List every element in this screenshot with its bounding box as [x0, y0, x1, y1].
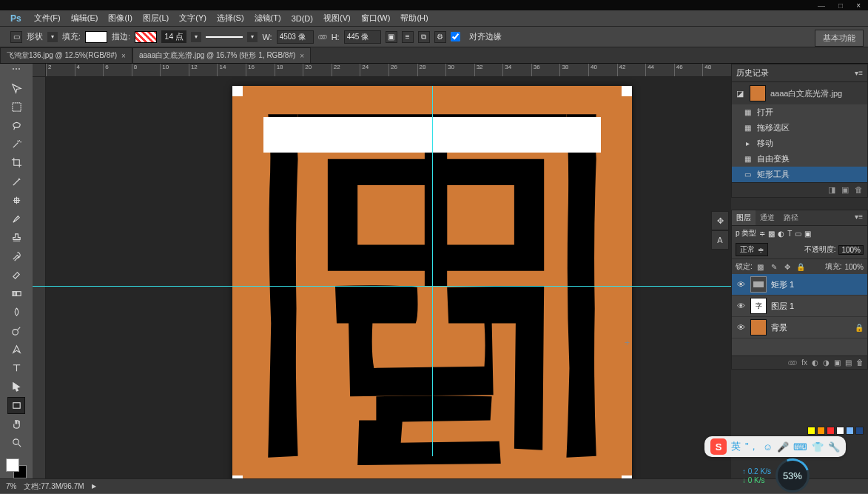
- eyedropper-tool[interactable]: [7, 173, 25, 190]
- new-state-icon[interactable]: ▣: [841, 185, 849, 195]
- document-tab[interactable]: 飞鸿堂136.jpg @ 12.5%(RGB/8#) ×: [0, 47, 132, 63]
- layer-name[interactable]: 矩形 1: [771, 279, 864, 290]
- panel-menu-icon[interactable]: ▾≡: [855, 69, 863, 77]
- tool-preset-icon[interactable]: ▭: [10, 31, 22, 43]
- menu-edit[interactable]: 编辑(E): [66, 10, 104, 26]
- path-op-combine-icon[interactable]: ▣: [386, 31, 397, 43]
- chip[interactable]: [807, 427, 815, 435]
- lasso-tool[interactable]: [7, 117, 25, 134]
- menu-file[interactable]: 文件(F): [29, 10, 66, 26]
- blend-mode-select[interactable]: 正常≑: [736, 243, 768, 256]
- filter-pixel-icon[interactable]: ▩: [768, 230, 775, 238]
- lock-all-icon[interactable]: 🔒: [795, 263, 806, 271]
- guide-horizontal[interactable]: [33, 286, 731, 287]
- menu-layer[interactable]: 图层(L): [138, 10, 174, 26]
- pen-tool[interactable]: [7, 341, 25, 358]
- trash-icon[interactable]: 🗑: [855, 185, 863, 195]
- filter-kind-dropdown[interactable]: ≑: [759, 230, 765, 238]
- menu-select[interactable]: 选择(S): [212, 10, 249, 26]
- minimize-button[interactable]: —: [813, 1, 830, 10]
- menu-type[interactable]: 文字(Y): [174, 10, 212, 26]
- chip[interactable]: [855, 427, 864, 435]
- ime-lang[interactable]: 英: [731, 440, 741, 453]
- palette-grip[interactable]: [6, 68, 27, 76]
- fill-swatch[interactable]: [85, 31, 107, 43]
- history-item[interactable]: ▦自由变换: [732, 151, 867, 167]
- layer-row[interactable]: 👁 字 图层 1: [732, 296, 867, 317]
- type-tool[interactable]: [7, 359, 25, 376]
- ruler-horizontal[interactable]: 2468101214161820222426283032343638404244…: [46, 64, 731, 77]
- stroke-width-dropdown[interactable]: ▾: [191, 32, 201, 42]
- new-layer-icon[interactable]: ▤: [845, 358, 852, 367]
- lock-transparency-icon[interactable]: ▩: [756, 263, 766, 271]
- history-item[interactable]: ▭矩形工具: [732, 167, 867, 182]
- history-source[interactable]: ◪ aaaa白文底光滑.jpg: [732, 82, 867, 104]
- menu-filter[interactable]: 滤镜(T): [249, 10, 286, 26]
- group-icon[interactable]: ▣: [834, 358, 841, 367]
- menu-window[interactable]: 窗口(W): [356, 10, 396, 26]
- menu-view[interactable]: 视图(V): [318, 10, 356, 26]
- ime-toolbar[interactable]: S 英 "， ☺ 🎤 ⌨ 👕 🔧: [704, 436, 846, 457]
- history-item[interactable]: ▦拖移选区: [732, 120, 867, 136]
- align-edges-checkbox[interactable]: [451, 32, 460, 41]
- rectangle-tool[interactable]: [7, 397, 25, 414]
- tab-layers[interactable]: 图层: [732, 210, 756, 225]
- history-item[interactable]: ▸移动: [732, 136, 867, 151]
- zoom-tool[interactable]: [7, 434, 25, 451]
- path-select-tool[interactable]: [7, 378, 25, 395]
- history-brush-tool[interactable]: [7, 247, 25, 264]
- document-size[interactable]: 文档:77.3M/96.7M: [24, 481, 84, 492]
- layer-row[interactable]: 👁 背景 🔒: [732, 317, 867, 338]
- path-arrange-icon[interactable]: ⧉: [418, 31, 430, 43]
- healing-brush-tool[interactable]: [7, 192, 25, 209]
- stroke-style-sample[interactable]: [206, 36, 243, 38]
- maximize-button[interactable]: □: [834, 1, 847, 10]
- lock-pixels-icon[interactable]: ✎: [769, 263, 779, 271]
- link-layers-icon[interactable]: ⟃⟄: [788, 358, 797, 367]
- lock-position-icon[interactable]: ✥: [782, 263, 793, 271]
- close-icon[interactable]: ×: [121, 52, 126, 60]
- opacity-field[interactable]: 100%: [838, 245, 864, 255]
- panel-menu-icon[interactable]: ▾≡: [850, 210, 867, 225]
- hand-tool[interactable]: [7, 415, 25, 433]
- close-icon[interactable]: ×: [300, 52, 304, 60]
- layer-thumb[interactable]: 字: [750, 298, 767, 314]
- stroke-style-dropdown[interactable]: ▾: [247, 32, 258, 42]
- magic-wand-tool[interactable]: [7, 136, 25, 153]
- canvas-area[interactable]: 2468101214161820222426283032343638404244…: [33, 64, 731, 478]
- visibility-icon[interactable]: 👁: [736, 301, 746, 310]
- document-tab[interactable]: aaaa白文底光滑.jpg @ 16.7% (矩形 1, RGB/8#) ×: [132, 47, 311, 63]
- stroke-swatch[interactable]: [135, 31, 157, 43]
- layer-thumb[interactable]: [750, 276, 767, 293]
- trash-icon[interactable]: 🗑: [856, 358, 864, 367]
- layer-thumb[interactable]: [750, 319, 767, 336]
- layer-row[interactable]: 👁 矩形 1: [732, 274, 867, 296]
- tab-channels[interactable]: 通道: [756, 210, 779, 225]
- height-field[interactable]: 445 像: [344, 30, 381, 44]
- ime-skin-icon[interactable]: 👕: [812, 441, 824, 453]
- visibility-icon[interactable]: 👁: [736, 280, 746, 289]
- dock-icon[interactable]: ✥: [711, 211, 729, 230]
- stamp-tool[interactable]: [7, 229, 25, 246]
- ime-keyboard-icon[interactable]: ⌨: [793, 441, 807, 453]
- chip[interactable]: [846, 427, 854, 435]
- brush-tool[interactable]: [7, 210, 25, 227]
- ime-emoji-icon[interactable]: ☺: [763, 441, 773, 453]
- menu-image[interactable]: 图像(I): [103, 10, 137, 26]
- visibility-icon[interactable]: 👁: [736, 323, 746, 332]
- network-widget[interactable]: ↑ 0.2 K/s ↓ 0 K/s 53%: [742, 458, 846, 493]
- fill-opacity-field[interactable]: 100%: [844, 263, 864, 271]
- color-swatches[interactable]: [6, 458, 27, 478]
- guide-vertical[interactable]: [432, 86, 433, 456]
- accelerator-ball[interactable]: 53%: [776, 458, 810, 493]
- zoom-field[interactable]: 7%: [6, 482, 16, 490]
- layer-name[interactable]: 图层 1: [771, 301, 864, 312]
- marquee-tool[interactable]: [7, 99, 25, 116]
- dock-icon[interactable]: A: [711, 230, 729, 250]
- filter-adjust-icon[interactable]: ◐: [778, 230, 784, 238]
- filter-type-icon[interactable]: T: [787, 230, 792, 238]
- ime-voice-icon[interactable]: 🎤: [777, 441, 789, 453]
- shape-mode-dropdown[interactable]: ▾: [47, 32, 58, 42]
- filter-smart-icon[interactable]: ▣: [804, 230, 811, 238]
- gradient-tool[interactable]: [7, 285, 25, 302]
